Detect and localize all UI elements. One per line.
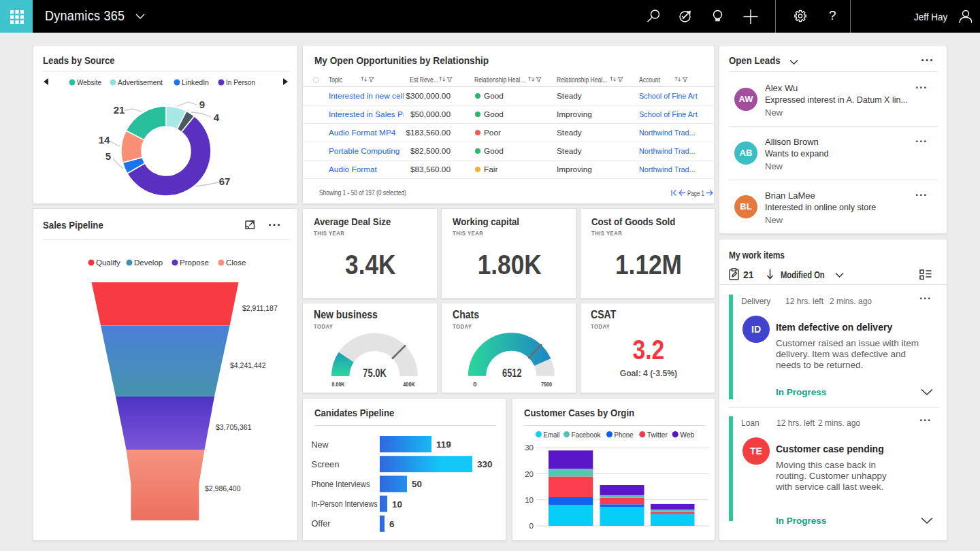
svg-text:Develop: Develop bbox=[134, 258, 163, 267]
svg-text:New: New bbox=[312, 440, 329, 450]
svg-text:30: 30 bbox=[525, 444, 534, 452]
svg-text:6512: 6512 bbox=[502, 367, 522, 379]
svg-text:Qualify: Qualify bbox=[96, 258, 120, 267]
svg-text:7500: 7500 bbox=[541, 380, 552, 388]
svg-text:0.00K: 0.00K bbox=[332, 380, 345, 388]
svg-text:10: 10 bbox=[392, 499, 402, 510]
svg-text:Phone Interviews: Phone Interviews bbox=[312, 480, 370, 489]
svg-text:Close: Close bbox=[226, 258, 246, 267]
svg-text:6: 6 bbox=[389, 519, 395, 529]
svg-text:67: 67 bbox=[219, 176, 231, 187]
svg-text:Website: Website bbox=[77, 78, 101, 86]
svg-text:75.0K: 75.0K bbox=[363, 367, 387, 379]
svg-text:$2,911,187: $2,911,187 bbox=[242, 304, 278, 312]
svg-text:LinkedIn: LinkedIn bbox=[182, 78, 209, 86]
svg-text:$4,241,442: $4,241,442 bbox=[230, 361, 266, 369]
svg-text:Offer: Offer bbox=[312, 519, 331, 529]
svg-text:In Person: In Person bbox=[226, 78, 255, 86]
svg-text:9: 9 bbox=[199, 99, 205, 110]
svg-text:Propose: Propose bbox=[180, 258, 209, 267]
svg-text:Advertisement: Advertisement bbox=[118, 78, 163, 86]
svg-text:14: 14 bbox=[99, 134, 110, 146]
svg-text:$2,986,400: $2,986,400 bbox=[205, 484, 241, 492]
svg-text:5: 5 bbox=[105, 150, 111, 162]
svg-text:$3,705,361: $3,705,361 bbox=[216, 423, 252, 431]
svg-text:400K: 400K bbox=[403, 380, 415, 388]
svg-text:Facebook: Facebook bbox=[572, 431, 601, 439]
svg-text:20: 20 bbox=[525, 470, 534, 478]
svg-text:Twitter: Twitter bbox=[647, 431, 668, 439]
svg-text:119: 119 bbox=[436, 439, 451, 450]
svg-text:0: 0 bbox=[473, 380, 476, 388]
svg-text:330: 330 bbox=[477, 459, 493, 469]
svg-text:10: 10 bbox=[525, 496, 534, 504]
svg-text:50: 50 bbox=[412, 479, 422, 489]
svg-text:In-Person Interviews: In-Person Interviews bbox=[312, 499, 378, 509]
svg-text:Web: Web bbox=[680, 431, 694, 439]
svg-text:4: 4 bbox=[214, 112, 220, 123]
svg-text:21: 21 bbox=[114, 104, 125, 116]
svg-text:0: 0 bbox=[529, 522, 534, 530]
svg-text:Email: Email bbox=[544, 431, 560, 439]
svg-text:Phone: Phone bbox=[615, 431, 634, 439]
svg-text:Screen: Screen bbox=[312, 460, 340, 469]
